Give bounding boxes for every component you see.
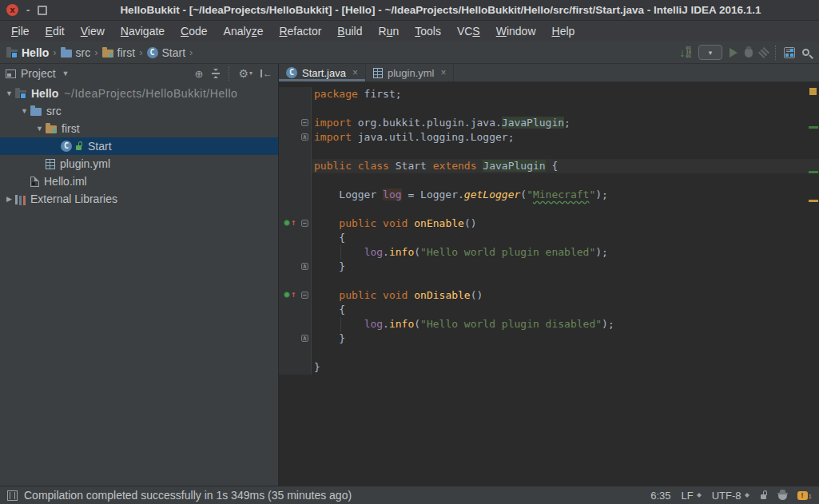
breadcrumb-first[interactable]: first [102, 46, 136, 59]
breadcrumb-hello[interactable]: Hello [6, 46, 49, 59]
event-log-notification[interactable]: ! 1 [797, 491, 812, 500]
tree-item-label: Hello.iml [44, 175, 87, 188]
tree-item-hello-iml[interactable]: Hello.iml [0, 173, 278, 190]
code-line-16: { [279, 303, 819, 317]
chevron-collapsed-icon[interactable]: ▶ [3, 195, 15, 203]
tree-item-plugin-yml[interactable]: plugin.yml [0, 155, 278, 173]
fold-end-icon[interactable]: ∧ [301, 263, 308, 270]
menu-help[interactable]: Help [544, 21, 583, 42]
token-pl: } [314, 361, 320, 373]
close-tab-icon[interactable]: × [352, 67, 358, 78]
token-kw: void [383, 217, 408, 229]
panel-separator [229, 66, 230, 81]
tab-start-java[interactable]: Start.java× [279, 64, 366, 81]
window-title: HelloBukkit - [~/IdeaProjects/HelloBukki… [69, 4, 813, 16]
menu-refactor[interactable]: Refactor [271, 21, 329, 42]
menu-navigate[interactable]: Navigate [113, 21, 173, 42]
code-text: import org.bukkit.plugin.java.JavaPlugin… [312, 116, 819, 130]
stripe-mark-2[interactable] [809, 171, 818, 173]
code-editor[interactable]: package first;−import org.bukkit.plugin.… [279, 82, 819, 486]
token-pl: org.bukkit.plugin.java. [352, 117, 502, 129]
editor-gutter [279, 346, 312, 360]
maximize-window-icon[interactable] [38, 6, 47, 15]
error-stripe [808, 82, 819, 486]
encoding-selector[interactable]: UTF-8 [712, 490, 749, 502]
toolbar-separator [775, 46, 777, 60]
token-pl: () [464, 217, 477, 229]
tree-item-external-libraries[interactable]: ▶External Libraries [0, 190, 278, 208]
menu-window[interactable]: Window [488, 21, 544, 42]
code-text [312, 101, 819, 116]
menu-code[interactable]: Code [173, 21, 215, 42]
menu-build[interactable]: Build [329, 21, 370, 42]
menu-tools[interactable]: Tools [407, 21, 449, 42]
minimize-window-icon[interactable]: - [26, 5, 30, 15]
gear-icon[interactable]: ⚙▾ [238, 68, 252, 79]
code-line-14 [279, 274, 819, 288]
breadcrumb-src[interactable]: src [61, 46, 91, 59]
run-configuration-dropdown[interactable]: ▾ [698, 45, 722, 60]
override-arrow-icon: ↑ [291, 291, 296, 299]
toolwindow-switcher-icon[interactable] [7, 490, 18, 501]
stripe-mark-1[interactable] [809, 126, 818, 129]
hector-inspector-icon[interactable] [778, 491, 787, 500]
debug-icon[interactable] [745, 48, 753, 58]
chevron-expanded-icon[interactable]: ▼ [3, 89, 15, 97]
breadcrumb-start[interactable]: Start [147, 46, 186, 59]
chevron-expanded-icon[interactable]: ▼ [18, 107, 30, 115]
fold-end-icon[interactable]: ∧ [301, 133, 308, 141]
token-pl: java.util.logging.Logger; [352, 131, 515, 143]
menu-edit[interactable]: Edit [38, 21, 73, 42]
token-pl: ); [595, 189, 608, 200]
tree-item-first[interactable]: ▼first [0, 120, 278, 137]
cursor-position[interactable]: 6:35 [650, 490, 670, 502]
chevron-down-icon[interactable]: ▼ [62, 69, 70, 77]
fold-collapse-icon[interactable]: − [301, 292, 308, 299]
menu-run[interactable]: Run [371, 21, 408, 42]
editor-gutter [279, 274, 312, 288]
token-kw: import [314, 117, 352, 129]
code-line-18: ∧ } [279, 331, 819, 346]
project-panel-title[interactable]: Project [21, 67, 56, 80]
token-fldw: log [383, 189, 401, 200]
token-pl [376, 289, 383, 301]
unlock-icon[interactable] [760, 490, 768, 500]
encoding-value: UTF-8 [712, 490, 741, 502]
project-structure-icon[interactable] [784, 47, 795, 58]
hide-panel-icon[interactable]: ← [260, 68, 272, 79]
close-window-icon[interactable]: x [6, 4, 18, 16]
tree-item-start[interactable]: Start [0, 137, 278, 155]
menu-analyze[interactable]: Analyze [216, 21, 272, 42]
fold-collapse-icon[interactable]: − [301, 220, 308, 227]
fold-collapse-icon[interactable]: − [301, 119, 308, 126]
fold-end-icon[interactable]: ∧ [301, 335, 308, 342]
token-smc: getLogger [464, 189, 520, 200]
tree-item-hello[interactable]: ▼Hello~/IdeaProjects/HelloBukkit/Hello [0, 85, 278, 102]
code-line-4: ∧import java.util.logging.Logger; [279, 130, 819, 145]
editor-gutter: ∧ [279, 130, 312, 145]
line-separator-selector[interactable]: LF [682, 490, 702, 502]
menu-view[interactable]: View [73, 21, 113, 42]
collapse-all-icon[interactable] [211, 69, 221, 78]
search-everywhere-icon[interactable] [802, 49, 809, 56]
notification-count: 1 [809, 493, 812, 500]
token-pl: ; [564, 117, 571, 129]
menu-vcs[interactable]: VCS [449, 21, 488, 42]
menu-file[interactable]: File [3, 21, 38, 42]
tab-plugin-yml[interactable]: plugin.yml× [366, 64, 455, 81]
override-method-icon[interactable]: ↑ [284, 291, 296, 299]
update-project-icon[interactable]: ↓ 011001 [679, 46, 691, 58]
run-button[interactable] [730, 48, 737, 58]
project-icon [15, 90, 26, 98]
coverage-icon[interactable] [758, 46, 769, 58]
stripe-mark-3[interactable] [809, 200, 818, 202]
tree-item-src[interactable]: ▼src [0, 102, 278, 120]
update-digits: 011001 [686, 46, 691, 58]
code-text: } [312, 360, 819, 375]
locate-file-icon[interactable]: ⊕ [195, 69, 204, 79]
chevron-expanded-icon[interactable]: ▼ [34, 125, 46, 133]
inspection-indicator[interactable] [809, 88, 817, 95]
override-method-icon[interactable]: ↑ [284, 219, 296, 227]
close-tab-icon[interactable]: × [440, 67, 446, 78]
token-pl [314, 217, 339, 229]
